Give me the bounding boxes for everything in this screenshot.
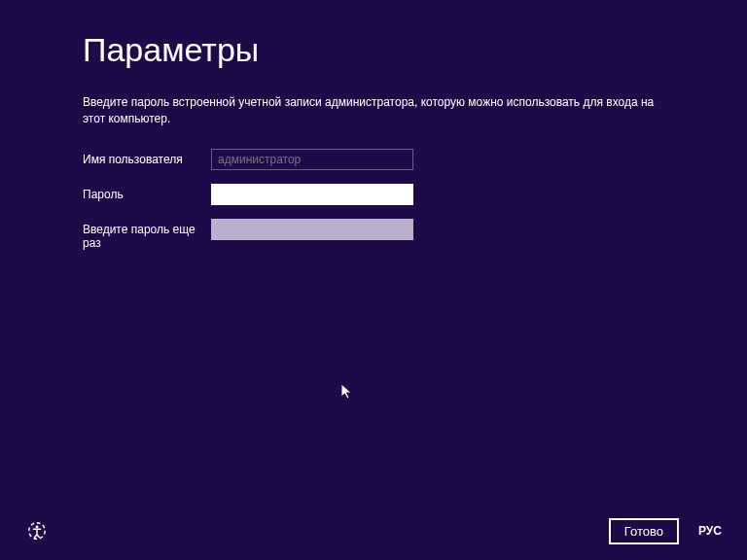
ease-of-access-icon[interactable]	[25, 519, 49, 542]
page-title: Параметры	[83, 31, 664, 69]
done-button[interactable]: Готово	[609, 518, 679, 544]
instruction-text: Введите пароль встроенной учетной записи…	[83, 94, 664, 127]
password-input[interactable]	[211, 184, 413, 205]
username-input[interactable]	[211, 149, 413, 170]
footer-bar: Готово РУС	[0, 502, 747, 560]
mouse-cursor	[340, 383, 354, 404]
password-confirm-label: Введите пароль еще раз	[83, 219, 211, 250]
svg-point-1	[36, 525, 39, 528]
username-label: Имя пользователя	[83, 149, 211, 166]
password-confirm-input[interactable]	[211, 219, 413, 240]
language-indicator[interactable]: РУС	[698, 524, 722, 538]
username-row: Имя пользователя	[83, 149, 664, 170]
password-confirm-row: Введите пароль еще раз	[83, 219, 664, 250]
password-row: Пароль	[83, 184, 664, 205]
password-label: Пароль	[83, 184, 211, 201]
